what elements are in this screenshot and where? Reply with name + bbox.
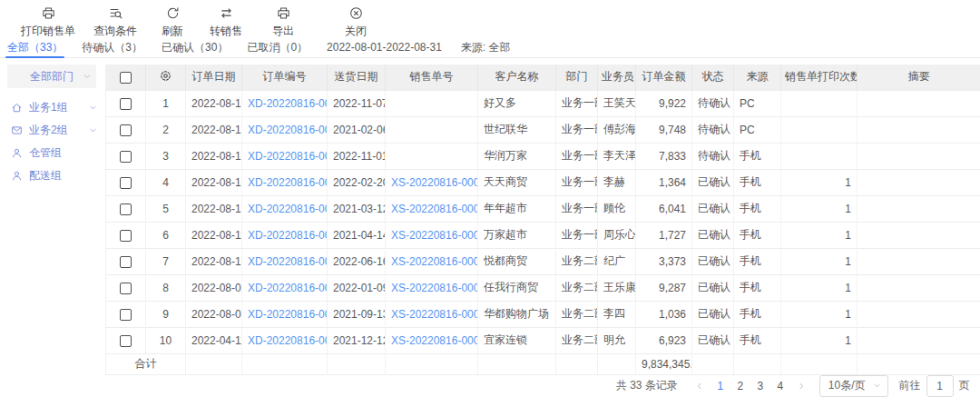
total-empty-cell (242, 353, 328, 374)
order_no-link[interactable]: XD-20220816-000009 (248, 334, 328, 347)
order_no-link[interactable]: XD-20220816-000013 (248, 229, 328, 242)
mail-icon (11, 124, 23, 136)
page-number-4[interactable]: 4 (770, 377, 790, 395)
page-number-2[interactable]: 2 (730, 377, 750, 395)
toolbar-button-transfer-sales[interactable]: 转销售 (198, 6, 254, 39)
total-empty-cell (781, 353, 858, 374)
row-checkbox[interactable] (120, 283, 132, 294)
cell-delivery_date: 2021-02-06 (328, 116, 386, 143)
row-checkbox[interactable] (120, 151, 132, 163)
filter-tabs-bar: 全部（33）待确认（3）已确认（30）已取消（0） 2022-08-01-202… (0, 40, 980, 58)
cell-department: 业务一部 (556, 143, 598, 169)
order_no-link[interactable]: XD-20220816-000010 (248, 308, 328, 321)
row-checkbox[interactable] (120, 309, 132, 321)
sales_no-link[interactable]: XS-20220816-000009 (391, 334, 478, 347)
sidebar-item-business-group-2[interactable]: 业务2组 (0, 119, 105, 142)
cell-customer: 万家超市 (478, 222, 556, 248)
cell-customer: 悦都商贸 (478, 248, 556, 274)
gear-icon[interactable] (159, 69, 172, 83)
row-checkbox[interactable] (120, 203, 132, 215)
cell-customer: 天天商贸 (478, 169, 556, 195)
cell-summary (858, 327, 980, 353)
column-header: 来源 (734, 65, 781, 90)
sidebar-item-business-group-1[interactable]: 业务1组 (0, 96, 105, 119)
department-list: 业务1组业务2组仓管组配送组 (0, 96, 105, 187)
cell-salesperson: 顾伦 (598, 195, 636, 222)
cell-delivery_date: 2021-03-12 (328, 195, 386, 222)
sidebar-item-delivery-group[interactable]: 配送组 (0, 164, 105, 187)
row-checkbox[interactable] (120, 177, 132, 189)
next-page-button[interactable] (792, 377, 810, 395)
tab-pending[interactable]: 待确认（3） (82, 40, 142, 57)
cell-delivery_date: 2022-11-01 (328, 143, 386, 169)
page-number-3[interactable]: 3 (750, 377, 770, 395)
order_no-link[interactable]: XD-20220816-000016 (248, 150, 328, 163)
department-sidebar: 全部部门 业务1组业务2组仓管组配送组 (0, 58, 105, 397)
cell-source: 手机 (734, 169, 781, 195)
row-index: 9 (146, 301, 186, 327)
table-row: 62022-08-11XD-20220816-0000132021-04-14X… (106, 222, 980, 248)
cell-order_date: 2022-08-15 (186, 116, 242, 143)
pagination: 共 33 条记录 1234 10条/页 (105, 375, 980, 397)
cell-delivery_date: 2022-01-09 (328, 274, 386, 301)
cell-amount: 9,922 (636, 90, 692, 116)
date-range-filter[interactable]: 2022-08-01-2022-08-31 (327, 40, 442, 57)
sales_no-link[interactable]: XS-20220816-000015 (391, 176, 478, 189)
cell-customer: 世纪联华 (478, 116, 556, 143)
department-dropdown[interactable]: 全部部门 (7, 65, 96, 88)
goto-page-input[interactable] (926, 375, 954, 397)
order_no-link[interactable]: XD-20220816-000012 (248, 255, 328, 268)
refresh-icon (166, 6, 180, 20)
page-number-list: 1234 (710, 377, 790, 395)
row-checkbox[interactable] (120, 256, 132, 268)
cell-status: 已确认 (692, 222, 734, 248)
row-checkbox[interactable] (120, 335, 132, 347)
sales_no-link[interactable]: XS-20220816-000010 (391, 308, 478, 321)
sales_no-link[interactable]: XS-20220816-000012 (391, 255, 478, 268)
toolbar-button-label: 转销售 (210, 24, 242, 39)
order_no-link[interactable]: XD-20220816-000017 (248, 124, 328, 136)
cell-salesperson: 纪广 (598, 248, 636, 274)
order_no-link[interactable]: XD-20220816-000014 (248, 203, 328, 215)
toolbar-button-export[interactable]: 导出 (254, 6, 312, 39)
prev-page-button[interactable] (691, 377, 709, 395)
cell-amount: 6,923 (636, 327, 692, 353)
sidebar-item-warehouse-group[interactable]: 仓管组 (0, 142, 105, 164)
total-amount: 9,834,345.00 (636, 353, 692, 374)
select-all-checkbox[interactable] (120, 72, 132, 84)
tab-cancelled[interactable]: 已取消（0） (247, 40, 308, 57)
cell-print_count: 1 (781, 222, 858, 248)
chevron-down-icon (89, 104, 97, 112)
row-checkbox[interactable] (120, 230, 132, 242)
tab-all[interactable]: 全部（33） (7, 40, 63, 57)
order_no-link[interactable]: XD-20220816-000018 (248, 97, 328, 110)
page-number-1[interactable]: 1 (710, 377, 730, 395)
toolbar-button-print-sales-order[interactable]: 打印销售单 (13, 6, 83, 39)
cell-customer: 任我行商贸 (478, 274, 556, 301)
toolbar-button-query-conditions[interactable]: 查询条件 (83, 6, 147, 39)
column-header: 销售单打印次数 (781, 65, 858, 90)
cell-amount: 9,748 (636, 116, 692, 143)
page-size-select[interactable]: 10条/页 (819, 375, 888, 397)
cell-print_count: 1 (781, 248, 858, 274)
app-window: 打印销售单查询条件刷新转销售导出关闭 全部（33）待确认（3）已确认（30）已取… (0, 0, 980, 397)
source-filter[interactable]: 来源: 全部 (461, 40, 511, 57)
sales_no-link[interactable]: XS-20220816-000014 (391, 203, 478, 215)
orders-table: 订单日期订单编号送货日期销售单号客户名称部门业务员订单金额状态来源销售单打印次数… (105, 65, 980, 375)
sales_no-link[interactable]: XS-20220816-000011 (391, 282, 478, 294)
cell-order_date: 2022-08-08 (186, 301, 242, 327)
cell-order_date: 2022-08-11 (186, 222, 242, 248)
sales_no-link[interactable]: XS-20220816-000013 (391, 229, 478, 242)
tab-confirmed[interactable]: 已确认（30） (162, 40, 228, 57)
orders-panel: 订单日期订单编号送货日期销售单号客户名称部门业务员订单金额状态来源销售单打印次数… (105, 58, 980, 397)
cell-print_count: 1 (781, 169, 858, 195)
toolbar-button-close[interactable]: 关闭 (312, 6, 399, 39)
goto-label: 前往 (899, 378, 921, 393)
row-index: 1 (146, 90, 186, 116)
row-checkbox[interactable] (120, 124, 132, 136)
order_no-link[interactable]: XD-20220816-000011 (248, 282, 328, 294)
row-checkbox[interactable] (120, 98, 132, 110)
cell-sales_no (386, 116, 478, 143)
order_no-link[interactable]: XD-20220816-000015 (248, 176, 328, 189)
toolbar-button-refresh[interactable]: 刷新 (147, 6, 198, 39)
